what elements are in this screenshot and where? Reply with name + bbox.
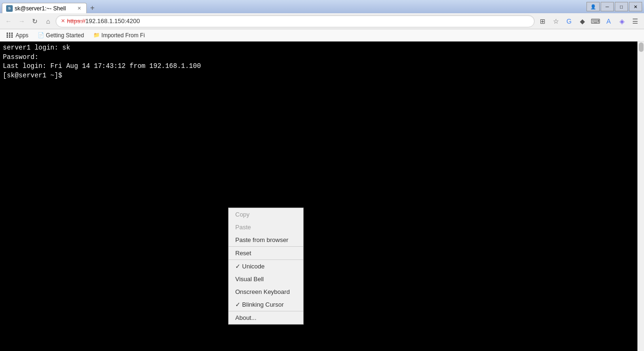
menu-section-about: About...: [229, 311, 303, 324]
toolbar-icons: ⊞ ☆ G ◆ ⌨ A ◈ ☰: [537, 15, 641, 27]
bookmark-file-icon: 📄: [38, 32, 44, 38]
bookmark-folder-icon: 📁: [93, 32, 100, 38]
tab-close-button[interactable]: ✕: [76, 5, 83, 12]
bookmark-icon[interactable]: ☆: [550, 15, 562, 27]
google-icon[interactable]: G: [563, 15, 575, 27]
scrollbar[interactable]: [637, 42, 644, 351]
bookmark-getting-started-label: Getting Started: [46, 32, 84, 39]
nav-bar: ← → ↻ ⌂ ✕ https://192.168.1.150:4200 ⊞ ☆…: [0, 13, 644, 29]
apps-grid-icon: [7, 33, 13, 38]
tab-title: sk@server1:~- Shell: [15, 5, 66, 12]
terminal-line-4: [sk@server1 ~]$: [3, 71, 641, 81]
minimize-button[interactable]: ─: [601, 2, 614, 11]
active-tab[interactable]: S sk@server1:~- Shell ✕: [2, 3, 87, 13]
window-controls: 👤 ─ □ ✕: [586, 2, 642, 11]
security-icon: ✕: [61, 18, 65, 24]
shield-icon[interactable]: ◆: [576, 15, 588, 27]
menu-item-blinking-cursor[interactable]: ✓ Blinking Cursor: [229, 298, 303, 311]
back-button[interactable]: ←: [3, 16, 14, 27]
menu-section-options: ✓ Unicode Visual Bell Onscreen Keyboard …: [229, 260, 303, 311]
bookmark-apps-label: Apps: [16, 32, 28, 39]
terminal-line-1: server1 login: sk: [3, 43, 641, 53]
bookmark-apps[interactable]: Apps: [4, 31, 31, 40]
new-tab-button[interactable]: +: [87, 3, 98, 13]
url-port: :4200: [124, 17, 140, 25]
url-host: 192.168.1.150: [85, 17, 124, 25]
extensions-icon[interactable]: ⊞: [537, 15, 549, 27]
bookmarks-bar: Apps 📄 Getting Started 📁 Imported From F…: [0, 29, 644, 42]
menu-section-reset: Reset: [229, 247, 303, 260]
url-text: https://192.168.1.150:4200: [67, 17, 140, 25]
bookmark-imported[interactable]: 📁 Imported From Fi: [91, 31, 148, 40]
reload-button[interactable]: ↻: [29, 16, 41, 27]
terminal-content[interactable]: server1 login: sk Password: Last login: …: [0, 42, 644, 351]
menu-item-paste-from-browser[interactable]: Paste from browser: [229, 234, 303, 246]
bookmark-imported-label: Imported From Fi: [101, 32, 145, 39]
home-button[interactable]: ⌂: [42, 16, 54, 27]
translate-icon[interactable]: A: [603, 15, 615, 27]
terminal-line-3: Last login: Fri Aug 14 17:43:12 from 192…: [3, 62, 641, 71]
user-profile-button[interactable]: 👤: [586, 2, 600, 11]
browser-window: S sk@server1:~- Shell ✕ + 👤 ─ □ ✕ ← → ↻ …: [0, 0, 644, 351]
menu-item-visual-bell[interactable]: Visual Bell: [229, 273, 303, 285]
context-menu: Copy Paste Paste from browser Reset ✓ Un…: [228, 208, 304, 325]
terminal-area[interactable]: server1 login: sk Password: Last login: …: [0, 42, 644, 351]
terminal-line-2: Password:: [3, 53, 641, 62]
bookmark-getting-started[interactable]: 📄 Getting Started: [35, 31, 87, 40]
close-button[interactable]: ✕: [629, 2, 642, 11]
url-prefix: https://: [67, 17, 85, 25]
title-bar: S sk@server1:~- Shell ✕ + 👤 ─ □ ✕: [0, 0, 644, 13]
menu-item-about[interactable]: About...: [229, 311, 303, 324]
maximize-button[interactable]: □: [615, 2, 628, 11]
forward-button[interactable]: →: [16, 16, 27, 27]
scrollbar-thumb[interactable]: [639, 42, 644, 52]
menu-item-unicode[interactable]: ✓ Unicode: [229, 260, 303, 273]
menu-section-clipboard: Copy Paste Paste from browser: [229, 208, 303, 247]
menu-icon[interactable]: ☰: [629, 15, 641, 27]
menu-item-onscreen-keyboard[interactable]: Onscreen Keyboard: [229, 285, 303, 298]
tab-bar: S sk@server1:~- Shell ✕ +: [2, 0, 585, 13]
keyboard-icon[interactable]: ⌨: [589, 15, 602, 27]
tab-favicon: S: [6, 5, 13, 12]
menu-item-copy[interactable]: Copy: [229, 208, 303, 221]
menu-item-reset[interactable]: Reset: [229, 247, 303, 259]
address-bar[interactable]: ✕ https://192.168.1.150:4200: [56, 15, 535, 27]
menu-item-paste[interactable]: Paste: [229, 221, 303, 234]
layers-icon[interactable]: ◈: [616, 15, 628, 27]
